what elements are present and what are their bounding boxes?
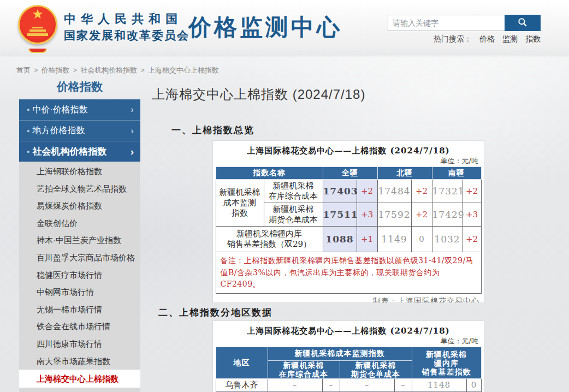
row3-quanjiang-change: +1 <box>357 227 377 252</box>
row3-nanjiang-change: +2 <box>463 227 481 252</box>
col-header-basis: 新疆机采棉 疆内库 销售基差指数 <box>412 347 481 379</box>
bullet-icon: ● <box>27 107 29 112</box>
row-group-label: 新疆机采棉 成本监测 指数 <box>216 180 264 227</box>
table1-footer: 制表：上海国际棉花交易中心 <box>213 294 484 302</box>
star-icon: ★ <box>20 8 56 21</box>
breadcrumb-separator: > <box>34 66 38 74</box>
table1-note: 备注：上棉指数新疆机采棉疆内库销售基差指数以颜色级31-41/双29/马值B/含… <box>216 252 481 294</box>
table2-unit: 单位：元/吨 <box>213 336 484 346</box>
chevron-right-icon: › <box>131 104 134 115</box>
row2-beijiang-value: 17592 <box>377 203 411 227</box>
submenu-item-ferroalloy[interactable]: 铁合金在线市场行情 <box>19 318 140 335</box>
submenu-item-winner-medical[interactable]: 稳健医疗市场行情 <box>19 266 140 284</box>
row1-nanjiang-change: +2 <box>463 180 481 203</box>
col-header-beijiang: 北疆 <box>377 167 432 180</box>
submenu-item-baichuan[interactable]: 百川盈孚大宗商品市场价格 <box>19 249 140 266</box>
urumqi-warehouse-change: – <box>322 379 340 391</box>
sidebar-title: 价格指数 <box>19 79 140 99</box>
breadcrumb-separator: > <box>73 66 78 74</box>
search-area: 热门搜索：价格监测指数 <box>388 15 541 44</box>
col-header-cost-group: 新疆机采棉成本监测指数 <box>268 347 412 361</box>
row1-name: 新疆机采棉 在库综合成本 <box>264 180 323 203</box>
row3-beijiang-change: 0 <box>411 227 432 252</box>
breadcrumb-social-org-index[interactable]: 社会机构价格指数 <box>80 66 137 74</box>
table1-title: 上海国际棉花交易中心——上棉指数 (2024/7/18) <box>213 141 484 156</box>
urumqi-basis-change: 0 <box>466 379 481 391</box>
bullet-icon: ● <box>27 149 29 155</box>
breadcrumb-price-index[interactable]: 价格指数 <box>42 66 70 74</box>
col-header-index-name: 指数名称 <box>216 167 323 180</box>
row2-quanjiang-value: 17511 <box>323 203 357 227</box>
row3-quanjiang-value: 1088 <box>323 227 357 252</box>
submenu-item-steel-union[interactable]: 上海钢联价格指数 <box>19 163 140 180</box>
site-title: 价格监测中心 <box>188 12 342 43</box>
org-line1: 中华人民共和国 <box>64 12 189 26</box>
region-table: 地区 新疆机采棉成本监测指数 新疆机采棉 疆内库 销售基差指数 新疆机采棉 在库… <box>216 347 482 392</box>
submenu-item-coal[interactable]: 易煤煤炭价格指数 <box>19 197 140 215</box>
hot-search-label: 热门搜索： <box>434 34 472 43</box>
row1-beijiang-value: 17484 <box>377 180 411 203</box>
overview-table: 指数名称 全疆 北疆 南疆 新疆机采棉 成本监测 指数 新疆机采棉 在库综合成本… <box>216 167 482 294</box>
search-button[interactable] <box>505 15 541 31</box>
chevron-right-icon: › <box>131 126 134 136</box>
submenu-item-sichuan-dekang[interactable]: 四川德康市场行情 <box>19 335 140 353</box>
section1-heading: 一、上棉指数总览 <box>171 124 254 136</box>
submenu-item-nandabao[interactable]: 南大堡市场蔬果指数 <box>19 353 140 370</box>
submenu-item-shanghai-cotton[interactable]: 上海棉交中心上棉指数 <box>19 370 140 388</box>
submenu-item-wuxi-cotton[interactable]: 无锡一棉市场行情 <box>19 301 140 318</box>
sidebar-submenu: 上海钢联价格指数 艺拍全球文物艺术品指数 易煤煤炭价格指数 金联创估价 神木·中… <box>19 162 140 392</box>
row3-name: 新疆机采棉疆内库 销售基差指数（双29） <box>216 227 323 252</box>
sidebar-item-social-org-price-index[interactable]: ● 社会机构价格指数 › <box>19 141 140 162</box>
row2-beijiang-change: +2 <box>411 203 432 227</box>
urumqi-warehouse-value: – <box>268 379 322 391</box>
hot-search-item-index[interactable]: 指数 <box>525 34 541 43</box>
submenu-item-zhonggang[interactable]: 中钢网市场行情 <box>19 283 140 301</box>
content-area: 首页>价格指数>社会机构价格指数>上海棉交中心上棉指数 价格指数 ● 中价·价格… <box>0 55 569 392</box>
national-emblem-icon: ★ <box>16 5 59 51</box>
breadcrumb-home[interactable]: 首页 <box>16 66 31 74</box>
breadcrumb-separator: > <box>140 66 145 74</box>
col-header-nanjiang: 南疆 <box>432 167 481 180</box>
row1-beijiang-change: +2 <box>411 180 432 203</box>
table1-unit: 单位：元/吨 <box>213 156 484 165</box>
bullet-icon: ● <box>27 128 29 134</box>
col-header-region: 地区 <box>216 347 268 379</box>
search-icon <box>517 17 528 29</box>
page-title: 上海棉交中心上棉指数 (2024/7/18) <box>152 86 365 103</box>
table2-title: 上海国际棉花交易中心——上棉指数 (2024/7/18) <box>213 321 484 336</box>
org-line2: 国家发展和改革委员会 <box>64 28 189 43</box>
search-input[interactable] <box>388 15 505 31</box>
row1-quanjiang-value: 17403 <box>323 180 357 203</box>
submenu-item-jlc[interactable]: 金联创估价 <box>19 215 140 232</box>
site-header: ★ 中华人民共和国 国家发展和改革委员会 价格监测中心 热门搜索：价格监测指数 <box>0 0 569 55</box>
hot-search-row: 热门搜索：价格监测指数 <box>388 34 541 44</box>
hot-search-item-monitor[interactable]: 监测 <box>502 34 518 43</box>
overview-table-panel: 上海国际棉花交易中心——上棉指数 (2024/7/18) 单位：元/吨 指数名称… <box>213 141 484 302</box>
submenu-item-shenmu[interactable]: 神木·中国兰炭产业指数 <box>19 231 140 249</box>
row3-beijiang-value: 1149 <box>377 227 411 252</box>
row2-nanjiang-change: +3 <box>463 203 481 227</box>
row2-name: 新疆机采棉 期货仓单成本 <box>264 203 323 227</box>
section2-heading: 二、上棉指数分地区数据 <box>158 306 272 319</box>
region-table-panel: 上海国际棉花交易中心——上棉指数 (2024/7/18) 单位：元/吨 地区 新… <box>213 321 484 392</box>
sidebar-item-local-price-index[interactable]: ● 地方价格指数 › <box>19 120 140 141</box>
col-header-quanjiang: 全疆 <box>323 167 377 180</box>
col-header-futures-cost: 新疆机采棉 期货仓单成本 <box>340 361 412 379</box>
org-name: 中华人民共和国 国家发展和改革委员会 <box>64 12 189 43</box>
submenu-item-art-auction[interactable]: 艺拍全球文物艺术品指数 <box>19 180 140 198</box>
hot-search-item-price[interactable]: 价格 <box>479 34 495 43</box>
row1-nanjiang-value: 17321 <box>432 180 463 203</box>
row1-quanjiang-change: +2 <box>357 180 377 203</box>
chevron-right-icon: › <box>131 146 134 158</box>
row2-nanjiang-value: 17429 <box>432 203 463 227</box>
row3-nanjiang-value: 1032 <box>432 227 463 252</box>
urumqi-futures-value: – <box>340 379 394 391</box>
urumqi-futures-change: – <box>394 379 412 391</box>
sidebar-menu: ● 中价·价格指数 › ● 地方价格指数 › ● 社会机构价格指数 › <box>19 99 140 162</box>
urumqi-basis-value: 1148 <box>412 379 466 391</box>
col-header-warehouse-cost: 新疆机采棉 在库综合成本 <box>268 361 340 379</box>
region-row-urumqi: 乌鲁木齐 <box>216 379 268 391</box>
sidebar-item-central-price-index[interactable]: ● 中价·价格指数 › <box>19 99 140 120</box>
sidebar: 价格指数 ● 中价·价格指数 › ● 地方价格指数 › ● 社会机构价格指数 ›… <box>19 79 140 392</box>
row2-quanjiang-change: +3 <box>357 203 377 227</box>
